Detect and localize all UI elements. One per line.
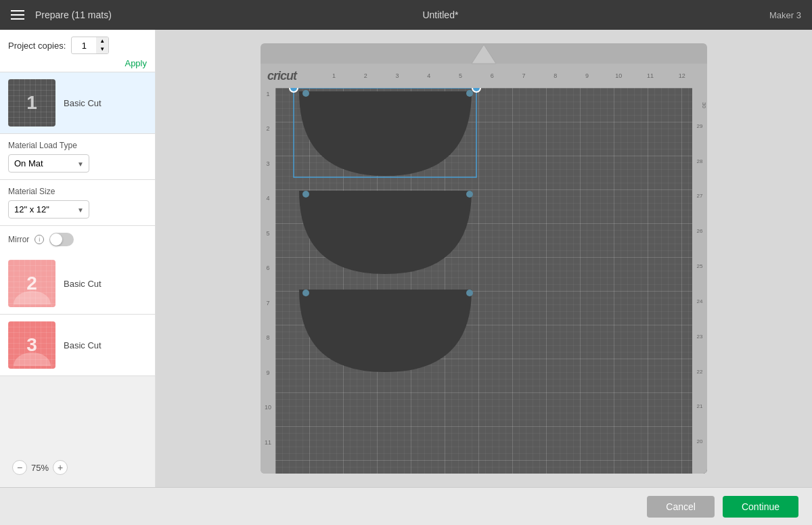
cricut-brand: cricut — [267, 69, 296, 83]
zoom-bar: − 75% + — [7, 455, 73, 480]
toggle-knob — [50, 233, 62, 246]
right-ruler: 30 29 28 27 26 25 24 23 22 21 20 — [692, 88, 707, 474]
prepare-title: Prepare (11 mats) — [35, 9, 112, 20]
mat-label-2: Basic Cut — [64, 279, 102, 289]
shape-dot-1a — [302, 90, 309, 97]
shape-3[interactable] — [299, 290, 472, 372]
material-load-label: Material Load Type — [8, 141, 147, 150]
copies-down-button[interactable]: ▼ — [96, 45, 108, 53]
cancel-button[interactable]: Cancel — [647, 496, 715, 518]
project-copies-section: Project copies: ▲ ▼ Apply — [0, 30, 155, 72]
top-ruler-numbers: 1 2 3 4 5 6 7 8 9 10 11 12 — [318, 72, 698, 79]
app-header: Prepare (11 mats) Untitled* Maker 3 — [0, 0, 812, 30]
sidebar: Project copies: ▲ ▼ Apply 1 Basic Cut — [0, 30, 156, 487]
ruler-corner — [303, 72, 318, 79]
grid-content: 30 29 28 27 26 25 24 23 22 21 20 — [275, 88, 707, 474]
mat-thumbnail-1: 1 — [8, 79, 55, 127]
mat-item-1[interactable]: 1 Basic Cut — [0, 72, 155, 134]
mirror-info-icon[interactable]: i — [35, 235, 44, 244]
shape-dot-2b — [466, 191, 473, 198]
mirror-label: Mirror — [8, 235, 29, 244]
zoom-out-button[interactable]: − — [12, 460, 27, 475]
top-ruler: 1 2 3 4 5 6 7 8 9 10 11 12 — [303, 72, 698, 79]
handle-tl[interactable] — [290, 88, 298, 92]
device-name: Maker 3 — [769, 10, 801, 20]
material-load-select-wrap: On Mat Without Mat ▼ — [8, 154, 89, 173]
material-size-label: Material Size — [8, 187, 147, 196]
document-title: Untitled* — [112, 9, 769, 20]
mat-thumbnail-3: 3 — [8, 321, 55, 369]
continue-button[interactable]: Continue — [723, 496, 798, 518]
zoom-section: − 75% + — [0, 376, 155, 487]
copies-spinners: ▲ ▼ — [96, 37, 108, 53]
mat-pin — [470, 43, 497, 68]
left-ruler: 1 2 3 4 5 6 7 8 9 10 11 — [261, 88, 275, 474]
material-size-select-wrap: 12" x 12" 12" x 24" ▼ — [8, 200, 89, 219]
mat-item-2[interactable]: 2 Basic Cut — [0, 253, 155, 315]
mat-label-1: Basic Cut — [64, 98, 102, 108]
mat-item-3[interactable]: 3 Basic Cut — [0, 315, 155, 376]
mat-thumb-shapes-2 — [8, 260, 55, 307]
shape-dot-2a — [302, 191, 309, 198]
apply-button[interactable]: Apply — [125, 58, 147, 68]
shape-dot-3a — [302, 290, 309, 296]
material-size-select[interactable]: 12" x 12" 12" x 24" — [8, 200, 89, 219]
shape-dot-3b — [466, 290, 473, 296]
mat-pin-icon — [470, 43, 497, 65]
mat-label-3: Basic Cut — [64, 340, 102, 350]
material-load-select[interactable]: On Mat Without Mat — [8, 154, 89, 173]
mat-number-1: 1 — [8, 79, 55, 127]
material-size-section: Material Size 12" x 12" 12" x 24" ▼ — [0, 180, 155, 226]
handle-tr[interactable] — [472, 88, 480, 92]
mat-thumbnail-2: 2 — [8, 260, 55, 307]
main-area: Project copies: ▲ ▼ Apply 1 Basic Cut — [0, 30, 812, 487]
canvas-area: cricut 1 2 3 4 5 6 7 8 9 10 — [156, 30, 812, 487]
copies-input[interactable] — [72, 39, 96, 53]
svg-marker-0 — [472, 45, 496, 64]
zoom-value: 75% — [31, 463, 49, 473]
footer-bar: Cancel Continue — [0, 487, 812, 525]
mat-canvas: cricut 1 2 3 4 5 6 7 8 9 10 — [261, 43, 707, 474]
shape-dot-1b — [466, 90, 473, 97]
menu-button[interactable] — [11, 10, 24, 20]
material-load-section: Material Load Type On Mat Without Mat ▼ — [0, 134, 155, 180]
project-copies-label: Project copies: — [8, 41, 66, 51]
zoom-in-button[interactable]: + — [53, 460, 68, 475]
mirror-toggle[interactable] — [49, 233, 74, 246]
mat-body: 1 2 3 4 5 6 7 8 9 10 11 — [261, 88, 707, 474]
mat-thumb-shapes-3 — [8, 321, 55, 369]
copies-input-wrap: ▲ ▼ — [71, 37, 109, 54]
shape-2[interactable] — [299, 191, 472, 274]
shape-1[interactable] — [299, 91, 472, 176]
mirror-section: Mirror i — [0, 226, 155, 253]
mat-shapes-svg — [275, 88, 707, 474]
copies-up-button[interactable]: ▲ — [96, 37, 108, 45]
